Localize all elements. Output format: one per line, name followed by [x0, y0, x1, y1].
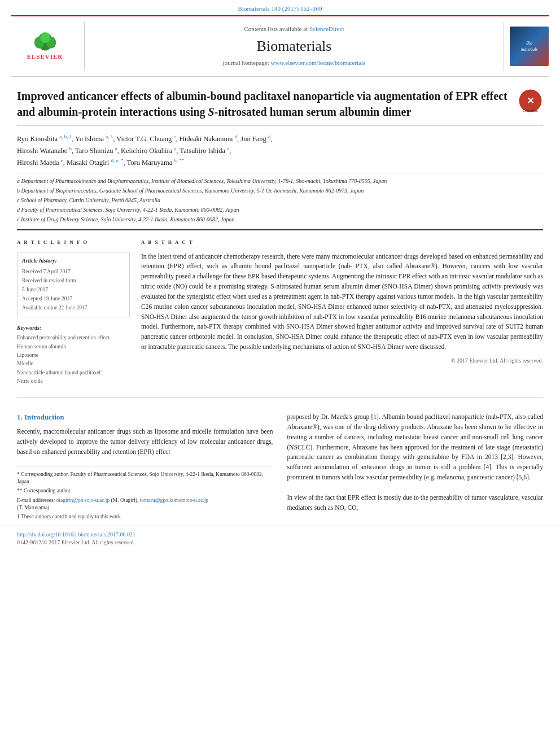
received-date: Received 7 April 2017 — [22, 267, 125, 276]
crossmark-icon: ✕ CrossMark — [518, 88, 543, 113]
email2-link[interactable]: tomaru@gpo.kumamoto-u.ac.jp — [140, 497, 208, 503]
affil-c: c School of Pharmacy, Curtin University,… — [17, 196, 543, 204]
title-section: Improved anticancer effects of albumin-b… — [17, 77, 543, 126]
svg-point-4 — [40, 32, 50, 43]
copyright-text: © 2017 Elsevier Ltd. All rights reserved… — [141, 357, 543, 365]
abstract-body: In the latest trend of anticancer chemot… — [141, 252, 543, 352]
authors-line2: Hiroshi Watanabe b, Taro Shimizu a, Keii… — [17, 145, 543, 156]
crossmark-logo: ✕ CrossMark — [518, 88, 543, 113]
intro-paragraph: Recently, macromolecular anticancer drug… — [17, 427, 273, 457]
homepage-label: journal homepage: — [223, 59, 269, 66]
affil-a: a Department of Pharmacokinetics and Bio… — [17, 177, 543, 185]
intro-text: Recently, macromolecular anticancer drug… — [17, 428, 273, 455]
article-content: Improved anticancer effects of albumin-b… — [0, 77, 560, 523]
keyword-4: Micelle — [17, 360, 130, 368]
authors-line1: Ryo Kinoshita a, b, 1, Yu Ishima a, 1, V… — [17, 133, 543, 145]
contents-text: Contents lists available at — [244, 25, 308, 32]
svg-text:CrossMark: CrossMark — [523, 109, 538, 112]
keyword-5: Nanoparticle albumin bound paclitaxel — [17, 369, 130, 377]
keyword-2: Human serum albumin — [17, 343, 130, 351]
affil-e: e Institute of Drug Delivery Science, So… — [17, 215, 543, 224]
svg-text:✕: ✕ — [527, 96, 534, 106]
footnote-1: 1 These authors contributed equally to t… — [17, 513, 273, 521]
journal-name: Biomaterials — [257, 36, 332, 56]
keywords-label: Keywords: — [17, 324, 130, 332]
doi-link[interactable]: http://dx.doi.org/10.1016/j.biomaterials… — [17, 531, 543, 539]
intro-continuation: proposed by Dr. Maeda's group [1]. Album… — [287, 412, 544, 483]
body-left-column: 1. Introduction Recently, macromolecular… — [17, 412, 273, 522]
footnotes-section: * Corresponding author. Faculty of Pharm… — [17, 466, 273, 521]
journal-cover-image: Biomaterials — [510, 27, 549, 66]
article-info-column: A R T I C L E I N F O Article history: R… — [17, 239, 130, 386]
authors-section: Ryo Kinoshita a, b, 1, Yu Ishima a, 1, V… — [17, 126, 543, 229]
intro-label: Introduction — [24, 413, 64, 421]
available-date: Available online 22 June 2017 — [22, 303, 125, 312]
section-divider — [17, 397, 543, 398]
journal-homepage-line: journal homepage: www.elsevier.com/locat… — [223, 59, 366, 67]
bottom-info-section: http://dx.doi.org/10.1016/j.biomaterials… — [0, 526, 560, 551]
footnote-corresponding1: * Corresponding author. Faculty of Pharm… — [17, 471, 273, 486]
keyword-6: Nitric oxide — [17, 378, 130, 385]
authors-line3: Hiroshi Maeda e, Masaki Otagiri d, e, *,… — [17, 156, 543, 168]
journal-citation-text: Biomaterials 140 (2017) 162–169 — [238, 5, 322, 12]
journal-header: ELSEVIER Contents lists available at Sci… — [11, 15, 549, 76]
email1-link[interactable]: otagirin@ph.sojo-u.ac.jp — [56, 497, 110, 503]
email-label: E-mail addresses: — [17, 497, 55, 503]
received-revised-label: Received in revised form — [22, 276, 125, 285]
keywords-box: Keywords: Enhanced permeability and rete… — [17, 324, 130, 385]
elsevier-label: ELSEVIER — [27, 53, 63, 61]
elsevier-logo-area: ELSEVIER — [11, 22, 85, 70]
article-history-box: Article history: Received 7 April 2017 R… — [17, 252, 130, 318]
revised-date: 5 June 2017 — [22, 285, 125, 294]
email1-name: (M. Otagiri), — [111, 497, 139, 503]
elsevier-tree-icon — [28, 32, 62, 51]
affiliations-section: a Department of Pharmacokinetics and Bio… — [17, 173, 543, 224]
footnote-corresponding2: ** Corresponding author. — [17, 487, 273, 495]
journal-cover-label: Biomaterials — [520, 40, 537, 53]
journal-cover-area: Biomaterials — [504, 22, 549, 70]
homepage-url[interactable]: www.elsevier.com/locate/biomaterials — [271, 59, 366, 66]
abstract-heading: A B S T R A C T — [141, 239, 543, 246]
affil-d: d Faculty of Pharmaceutical Sciences, So… — [17, 206, 543, 214]
footnote-email: E-mail addresses: otagirin@ph.sojo-u.ac.… — [17, 497, 273, 512]
body-section: 1. Introduction Recently, macromolecular… — [17, 404, 543, 522]
issn-line: 0142-9612/© 2017 Elsevier Ltd. All right… — [17, 539, 543, 547]
article-info-heading: A R T I C L E I N F O — [17, 239, 130, 246]
affil-b: b Department of Biopharmaceutics, Gradua… — [17, 186, 543, 195]
keyword-3: Liposome — [17, 352, 130, 359]
article-title: Improved anticancer effects of albumin-b… — [17, 88, 509, 120]
abstract-column: A B S T R A C T In the latest trend of a… — [141, 239, 543, 386]
journal-title-area: Contents lists available at ScienceDirec… — [85, 22, 504, 70]
article-dates: Received 7 April 2017 Received in revise… — [22, 267, 125, 313]
intro-para2: In view of the fact that EPR effect is m… — [287, 493, 544, 513]
accepted-date: Accepted 19 June 2017 — [22, 294, 125, 303]
article-history-label: Article history: — [22, 257, 125, 265]
intro-heading: 1. Introduction — [17, 412, 273, 422]
keyword-1: Enhanced permeability and retention effe… — [17, 334, 130, 342]
intro-number: 1. — [17, 413, 23, 421]
journal-citation: Biomaterials 140 (2017) 162–169 — [0, 0, 560, 15]
title-text: Improved anticancer effects of albumin-b… — [17, 90, 508, 118]
body-right-column: proposed by Dr. Maeda's group [1]. Album… — [287, 412, 544, 522]
page: Biomaterials 140 (2017) 162–169 ELSEVIER… — [0, 0, 560, 747]
contents-available: Contents lists available at ScienceDirec… — [244, 25, 344, 33]
science-direct-link[interactable]: ScienceDirect — [309, 25, 344, 32]
email2-name: (T. Maruyama). — [17, 505, 51, 510]
article-info-abstract-section: A R T I C L E I N F O Article history: R… — [17, 229, 543, 392]
